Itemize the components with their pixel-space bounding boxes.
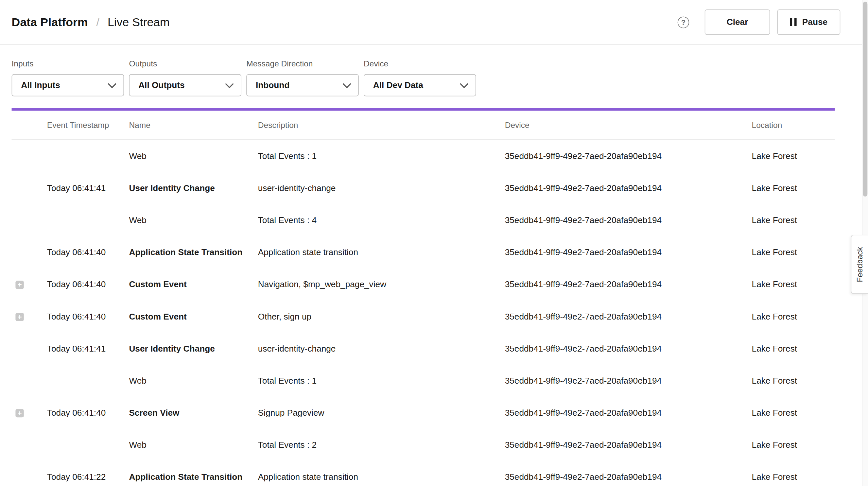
- cell-name: Screen View: [129, 397, 258, 429]
- message-direction-dropdown[interactable]: Inbound: [246, 74, 359, 96]
- accent-bar: [12, 108, 835, 111]
- cell-description: Other, sign up: [258, 301, 505, 333]
- expand-row-button[interactable]: +: [16, 312, 24, 321]
- table-row: + Web Total Events : 2 35eddb41-9ff9-49e…: [12, 429, 835, 461]
- filter-outputs: Outputs All Outputs: [129, 59, 241, 96]
- cell-location: Lake Forest: [752, 204, 835, 237]
- cell-name: Custom Event: [129, 301, 258, 333]
- cell-device: 35eddb41-9ff9-49e2-7aed-20afa90eb194: [505, 269, 752, 301]
- cell-event-timestamp: [47, 365, 129, 397]
- cell-name: Web: [129, 365, 258, 397]
- cell-name: Web: [129, 204, 258, 237]
- cell-event-timestamp: [47, 140, 129, 172]
- cell-device: 35eddb41-9ff9-49e2-7aed-20afa90eb194: [505, 397, 752, 429]
- pause-icon: [790, 18, 797, 26]
- outputs-dropdown[interactable]: All Outputs: [129, 74, 241, 96]
- filter-label-outputs: Outputs: [129, 59, 241, 68]
- inputs-dropdown[interactable]: All Inputs: [12, 74, 124, 96]
- cell-device: 35eddb41-9ff9-49e2-7aed-20afa90eb194: [505, 333, 752, 365]
- cell-description: Total Events : 2: [258, 429, 505, 461]
- column-expand: [12, 111, 47, 140]
- message-direction-dropdown-value: Inbound: [256, 80, 289, 90]
- chevron-down-icon: [225, 80, 234, 88]
- table-row: + Today 06:41:41 User Identity Change us…: [12, 333, 835, 365]
- cell-description: Total Events : 1: [258, 365, 505, 397]
- cell-device: 35eddb41-9ff9-49e2-7aed-20afa90eb194: [505, 237, 752, 269]
- cell-location: Lake Forest: [752, 237, 835, 269]
- filter-message-direction: Message Direction Inbound: [246, 59, 359, 96]
- filter-label-device: Device: [364, 59, 476, 68]
- cell-location: Lake Forest: [752, 301, 835, 333]
- expand-row-button[interactable]: +: [16, 280, 24, 288]
- pause-button[interactable]: Pause: [777, 9, 840, 35]
- cell-description: Signup Pageview: [258, 397, 505, 429]
- cell-event-timestamp: Today 06:41:40: [47, 237, 129, 269]
- cell-name: User Identity Change: [129, 333, 258, 365]
- cell-event-timestamp: Today 06:41:40: [47, 269, 129, 301]
- cell-name: Custom Event: [129, 269, 258, 301]
- breadcrumb-separator: /: [96, 16, 99, 28]
- cell-event-timestamp: Today 06:41:41: [47, 172, 129, 204]
- cell-description: Navigation, $mp_web_page_view: [258, 269, 505, 301]
- filter-inputs: Inputs All Inputs: [12, 59, 124, 96]
- outputs-dropdown-value: All Outputs: [138, 80, 184, 90]
- cell-device: 35eddb41-9ff9-49e2-7aed-20afa90eb194: [505, 461, 752, 486]
- cell-device: 35eddb41-9ff9-49e2-7aed-20afa90eb194: [505, 172, 752, 204]
- expand-row-button[interactable]: +: [16, 409, 24, 417]
- cell-device: 35eddb41-9ff9-49e2-7aed-20afa90eb194: [505, 204, 752, 237]
- column-event-timestamp: Event Timestamp: [47, 111, 129, 140]
- cell-description: Application state transition: [258, 237, 505, 269]
- event-stream-table: Event Timestamp Name Description Device …: [12, 111, 835, 486]
- cell-device: 35eddb41-9ff9-49e2-7aed-20afa90eb194: [505, 429, 752, 461]
- cell-description: user-identity-change: [258, 333, 505, 365]
- cell-device: 35eddb41-9ff9-49e2-7aed-20afa90eb194: [505, 365, 752, 397]
- cell-device: 35eddb41-9ff9-49e2-7aed-20afa90eb194: [505, 140, 752, 172]
- table-row: + Web Total Events : 4 35eddb41-9ff9-49e…: [12, 204, 835, 237]
- help-icon[interactable]: ?: [678, 17, 689, 28]
- breadcrumb: Data Platform / Live Stream: [12, 16, 170, 29]
- live-stream-page: Data Platform / Live Stream ? Clear Paus…: [0, 0, 868, 486]
- column-device: Device: [505, 111, 752, 140]
- cell-location: Lake Forest: [752, 397, 835, 429]
- cell-description: Application state transition: [258, 461, 505, 486]
- table-row: + Today 06:41:41 User Identity Change us…: [12, 172, 835, 204]
- cell-description: Total Events : 4: [258, 204, 505, 237]
- cell-event-timestamp: [47, 429, 129, 461]
- page-title: Live Stream: [107, 16, 170, 29]
- cell-name: Application State Transition: [129, 461, 258, 486]
- feedback-tab[interactable]: Feedback: [851, 235, 868, 294]
- table-row: + Today 06:41:40 Screen View Signup Page…: [12, 397, 835, 429]
- device-dropdown[interactable]: All Dev Data: [364, 74, 476, 96]
- table-row: + Web Total Events : 1 35eddb41-9ff9-49e…: [12, 140, 835, 172]
- chevron-down-icon: [108, 80, 117, 88]
- table-row: + Today 06:41:40 Application State Trans…: [12, 237, 835, 269]
- cell-name: User Identity Change: [129, 172, 258, 204]
- chevron-down-icon: [342, 80, 351, 88]
- cell-description: Total Events : 1: [258, 140, 505, 172]
- table-row: + Today 06:41:22 Application State Trans…: [12, 461, 835, 486]
- cell-device: 35eddb41-9ff9-49e2-7aed-20afa90eb194: [505, 301, 752, 333]
- cell-location: Lake Forest: [752, 333, 835, 365]
- column-description: Description: [258, 111, 505, 140]
- filter-label-message-direction: Message Direction: [246, 59, 359, 68]
- device-dropdown-value: All Dev Data: [373, 80, 423, 90]
- scrollbar-thumb[interactable]: [863, 2, 868, 196]
- cell-location: Lake Forest: [752, 172, 835, 204]
- page-header: Data Platform / Live Stream ? Clear Paus…: [0, 0, 868, 45]
- table-header-row: Event Timestamp Name Description Device …: [12, 111, 835, 140]
- table-row: + Today 06:41:40 Custom Event Navigation…: [12, 269, 835, 301]
- breadcrumb-section[interactable]: Data Platform: [12, 16, 88, 29]
- cell-event-timestamp: Today 06:41:40: [47, 397, 129, 429]
- event-table-body: + Web Total Events : 1 35eddb41-9ff9-49e…: [12, 140, 835, 486]
- cell-location: Lake Forest: [752, 429, 835, 461]
- cell-name: Web: [129, 140, 258, 172]
- filter-label-inputs: Inputs: [12, 59, 124, 68]
- clear-button[interactable]: Clear: [705, 9, 770, 35]
- header-actions: ? Clear Pause: [678, 9, 840, 35]
- cell-description: user-identity-change: [258, 172, 505, 204]
- cell-location: Lake Forest: [752, 140, 835, 172]
- cell-event-timestamp: Today 06:41:41: [47, 333, 129, 365]
- filters-bar: Inputs All Inputs Outputs All Outputs Me…: [0, 45, 868, 96]
- filter-device: Device All Dev Data: [364, 59, 476, 96]
- cell-event-timestamp: Today 06:41:22: [47, 461, 129, 486]
